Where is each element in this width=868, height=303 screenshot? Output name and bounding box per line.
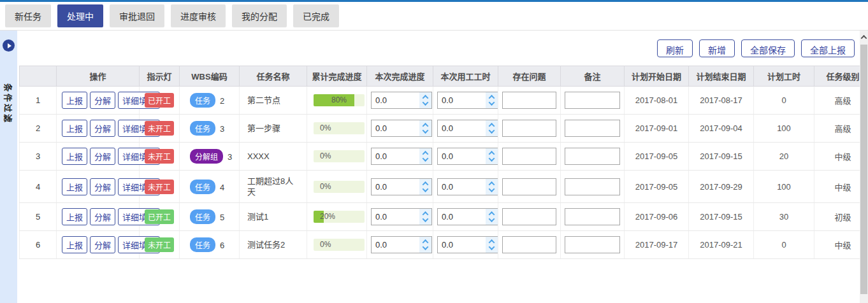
this-progress-input[interactable]: [372, 209, 419, 225]
stepper-arrows: [419, 179, 431, 195]
stepper-down-icon[interactable]: [423, 99, 429, 106]
decompose-button[interactable]: 分解: [90, 236, 115, 253]
stepper-arrows: [419, 237, 431, 253]
report-button[interactable]: 上报: [62, 208, 87, 225]
remark-input[interactable]: [565, 236, 620, 253]
plan-hours: 100: [754, 171, 814, 203]
tab-new-task[interactable]: 新任务: [5, 4, 51, 27]
issue-input[interactable]: [502, 92, 556, 109]
stepper-down-icon[interactable]: [423, 155, 429, 162]
row-operations: 上报分解详细填报: [57, 115, 140, 143]
stepper-down-icon[interactable]: [423, 127, 429, 134]
status-badge: 未开工: [145, 237, 174, 252]
status-badge: 已开工: [145, 209, 174, 224]
tab-processing[interactable]: 处理中: [57, 4, 103, 27]
this-progress-input[interactable]: [372, 92, 419, 108]
remark-input[interactable]: [565, 178, 620, 195]
decompose-button[interactable]: 分解: [90, 120, 115, 137]
stepper-arrows: [486, 148, 498, 164]
wbs-cell: 任务4: [180, 171, 240, 203]
stepper-down-icon[interactable]: [489, 155, 495, 162]
cumulative-progress-cell: 0%: [307, 143, 367, 171]
this-progress-stepper: [371, 178, 432, 195]
stepper-down-icon[interactable]: [489, 244, 495, 250]
scroll-up-icon[interactable]: [860, 31, 868, 43]
issue-input[interactable]: [502, 236, 556, 253]
add-button[interactable]: 新增: [699, 39, 735, 57]
vertical-scrollbar[interactable]: [860, 31, 868, 303]
work-hours-input[interactable]: [438, 120, 486, 136]
tab-approval-returned[interactable]: 审批退回: [110, 4, 164, 27]
task-level: 中级: [814, 171, 860, 203]
report-button[interactable]: 上报: [62, 92, 87, 109]
this-progress-stepper: [371, 236, 432, 253]
progress-label: 80%: [331, 95, 347, 104]
row-number: 5: [20, 203, 57, 231]
report-button[interactable]: 上报: [62, 236, 87, 253]
remark-cell: [561, 203, 625, 231]
work-hours-cell: [433, 143, 498, 171]
scrollbar-thumb[interactable]: [860, 45, 867, 294]
issue-input[interactable]: [502, 120, 556, 137]
refresh-button[interactable]: 刷新: [657, 39, 693, 57]
report-button[interactable]: 上报: [62, 178, 87, 195]
issue-input[interactable]: [502, 208, 556, 225]
work-hours-input[interactable]: [438, 92, 486, 108]
work-hours-input[interactable]: [438, 209, 486, 225]
decompose-button[interactable]: 分解: [90, 178, 115, 195]
indicator-cell: 已开工: [140, 87, 180, 115]
save-all-button[interactable]: 全部保存: [741, 39, 795, 57]
this-progress-input[interactable]: [372, 179, 419, 195]
plan-end-date: 2017-09-21: [689, 231, 754, 259]
stepper-down-icon[interactable]: [489, 216, 495, 222]
col-indicator: 指示灯: [140, 66, 180, 87]
decompose-button[interactable]: 分解: [90, 148, 115, 165]
stepper-down-icon[interactable]: [423, 186, 429, 192]
row-operations: 上报分解详细填报: [57, 203, 140, 231]
wbs-type-badge: 任务: [190, 209, 215, 224]
wbs-number: 2: [220, 96, 224, 106]
report-all-button[interactable]: 全部上报: [801, 39, 855, 57]
work-hours-input[interactable]: [438, 179, 486, 195]
stepper-arrows: [419, 148, 431, 164]
stepper-down-icon[interactable]: [489, 186, 495, 192]
progress-bar: 0%: [314, 122, 365, 134]
this-progress-input[interactable]: [372, 148, 419, 164]
stepper-down-icon[interactable]: [489, 99, 495, 106]
plan-hours: 20: [754, 143, 814, 171]
wbs-number: 3: [228, 152, 232, 162]
tab-progress-review[interactable]: 进度审核: [171, 4, 226, 27]
this-progress-cell: [367, 143, 433, 171]
stepper-down-icon[interactable]: [423, 216, 429, 222]
issue-input[interactable]: [502, 178, 556, 195]
report-button[interactable]: 上报: [62, 120, 87, 137]
row-number: 4: [20, 171, 57, 203]
progress-bar: 0%: [314, 150, 365, 162]
work-hours-stepper: [437, 92, 498, 109]
remark-input[interactable]: [565, 208, 620, 225]
col-task-level: 任务级别: [814, 66, 860, 87]
this-progress-input[interactable]: [372, 120, 419, 136]
expand-filter-button[interactable]: [3, 39, 15, 52]
decompose-button[interactable]: 分解: [90, 92, 115, 109]
remark-input[interactable]: [565, 120, 620, 137]
stepper-down-icon[interactable]: [489, 127, 495, 134]
work-hours-stepper: [437, 236, 498, 253]
issue-input[interactable]: [502, 148, 556, 165]
decompose-button[interactable]: 分解: [90, 208, 115, 225]
plan-hours: 30: [754, 203, 814, 231]
report-button[interactable]: 上报: [62, 148, 87, 165]
this-progress-input[interactable]: [372, 237, 419, 253]
task-name-cell: 测试1: [240, 203, 307, 231]
tab-completed[interactable]: 已完成: [293, 4, 339, 27]
this-progress-cell: [367, 203, 433, 231]
work-hours-input[interactable]: [438, 237, 486, 253]
work-hours-input[interactable]: [438, 148, 486, 164]
stepper-down-icon[interactable]: [423, 244, 429, 250]
indicator-cell: 已开工: [140, 203, 180, 231]
remark-input[interactable]: [565, 92, 620, 109]
wbs-cell: 分解组3: [180, 143, 240, 171]
tab-my-assignment[interactable]: 我的分配: [232, 4, 287, 27]
remark-input[interactable]: [565, 148, 620, 165]
work-hours-cell: [433, 87, 498, 115]
